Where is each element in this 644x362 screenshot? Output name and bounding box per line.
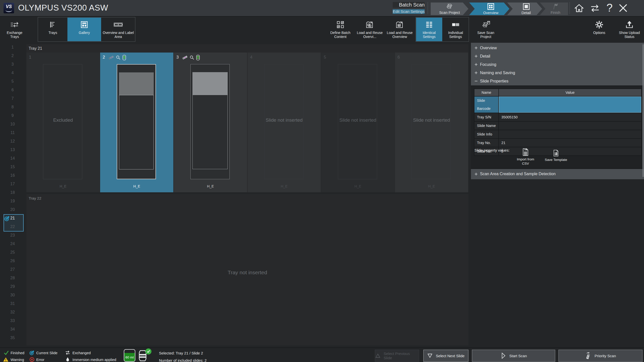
gallery-button[interactable]: Gallery bbox=[67, 18, 101, 41]
individual-settings-button[interactable]: Individual Settings bbox=[443, 18, 468, 41]
svg-text:?: ? bbox=[607, 3, 613, 14]
identical-settings-icon bbox=[425, 19, 433, 30]
property-value-field[interactable]: 21 bbox=[499, 139, 641, 147]
overview-label-area-button[interactable]: Overview and Label Area bbox=[102, 18, 135, 41]
grid-icon bbox=[487, 3, 494, 10]
close-icon[interactable] bbox=[618, 4, 628, 13]
tray-row-12[interactable]: 12 bbox=[0, 137, 25, 146]
legend-exchanged: Exchanged bbox=[72, 351, 91, 355]
section-naming-saving[interactable]: Naming and Saving bbox=[471, 69, 644, 77]
tray-row-11[interactable]: 11 bbox=[0, 128, 25, 137]
select-next-slide-button[interactable]: Select Next Slide bbox=[423, 350, 468, 362]
slide-number: 5 bbox=[324, 55, 326, 60]
save-project-icon bbox=[481, 19, 490, 30]
options-button[interactable]: Options bbox=[589, 18, 610, 41]
switch-app-icon[interactable] bbox=[590, 4, 600, 12]
app-logo-smile bbox=[6, 8, 12, 12]
tray-row-23[interactable]: 23 bbox=[0, 231, 25, 240]
magnifier-icon[interactable] bbox=[116, 55, 121, 60]
tray-row-9[interactable]: 9 bbox=[0, 111, 25, 120]
start-scan-button[interactable]: Start Scan bbox=[472, 350, 555, 362]
section-overview[interactable]: Overview bbox=[471, 44, 644, 52]
define-batch-content-button[interactable]: Define Batch Content bbox=[327, 18, 354, 41]
tray-row-26[interactable]: 26 bbox=[0, 257, 25, 265]
slide-tile-1[interactable]: 1 Excluded H_E bbox=[26, 53, 100, 192]
section-detail[interactable]: Detail bbox=[471, 52, 644, 60]
tray-row-18[interactable]: 18 bbox=[0, 188, 25, 197]
step-overview[interactable]: Overview bbox=[469, 3, 509, 15]
magnifier-icon[interactable] bbox=[189, 55, 194, 60]
tray-row-8[interactable]: 8 bbox=[0, 103, 25, 111]
help-icon[interactable]: ? bbox=[605, 3, 614, 14]
show-upload-status-button[interactable]: Show Upload Status bbox=[617, 18, 642, 41]
section-focusing[interactable]: Focusing bbox=[471, 60, 644, 69]
tray-row-19[interactable]: 19 bbox=[0, 197, 25, 205]
load-reuse-overview-button[interactable]: Load and Reuse Overview bbox=[386, 18, 414, 41]
tray-row-4[interactable]: 4 bbox=[0, 69, 25, 77]
tray-row-33[interactable]: 33 bbox=[0, 316, 25, 325]
tray-row-5[interactable]: 5 bbox=[0, 77, 25, 86]
tray-row-6[interactable]: 6 bbox=[0, 86, 25, 94]
property-value-field[interactable]: 35005150 bbox=[499, 113, 641, 121]
slide-tile-4[interactable]: 4 Slide not inserted H_E bbox=[248, 53, 321, 192]
slide-tile-2-selected[interactable]: 2 H_E bbox=[100, 53, 173, 192]
tray-row-28[interactable]: 28 bbox=[0, 274, 25, 282]
tray-row-3[interactable]: 3 bbox=[0, 60, 25, 69]
priority-scan-button[interactable]: Priority Scan bbox=[558, 350, 642, 362]
slide-number: 2 bbox=[103, 55, 105, 60]
priority-scan-icon bbox=[585, 352, 591, 359]
tray-row-21-selected[interactable]: 21 bbox=[0, 214, 25, 222]
tray-row-27[interactable]: 27 bbox=[0, 265, 25, 274]
exchange-trays-button[interactable]: Exchange Trays bbox=[2, 18, 27, 41]
tray-row-29[interactable]: 29 bbox=[0, 282, 25, 291]
divider bbox=[428, 2, 428, 14]
slide-stain-label: H_E bbox=[100, 184, 173, 188]
tray-row-35[interactable]: 35 bbox=[0, 334, 25, 342]
tray-row-2[interactable]: 2 bbox=[0, 52, 25, 60]
slide-tile-6[interactable]: 6 Slide not inserted H_E bbox=[395, 53, 468, 192]
save-scan-project-button[interactable]: Save Scan Project bbox=[472, 18, 499, 41]
step-scan-project[interactable]: Scan Project bbox=[431, 3, 468, 15]
tray-row-31[interactable]: 31 bbox=[0, 299, 25, 308]
trays-button[interactable]: Trays bbox=[39, 18, 67, 41]
exchange-trays-icon bbox=[10, 19, 19, 30]
property-value-field[interactable] bbox=[499, 130, 641, 138]
panel-scrollbar[interactable] bbox=[642, 44, 644, 177]
table-row-slide-info[interactable]: Slide Info bbox=[474, 130, 641, 138]
import-from-csv-button[interactable]: Import from CSV bbox=[515, 148, 536, 166]
table-row-slide-name[interactable]: Slide Name bbox=[474, 122, 641, 130]
slide-tile-5[interactable]: 5 Slide not inserted H_E bbox=[321, 53, 394, 192]
tray-row-14[interactable]: 14 bbox=[0, 154, 25, 163]
section-scan-area[interactable]: Scan Area Creation and Sample Detection bbox=[471, 169, 644, 179]
identical-settings-button[interactable]: Identical Settings bbox=[416, 18, 442, 41]
tray-row-34[interactable]: 34 bbox=[0, 325, 25, 334]
table-row-slide-barcode[interactable]: Slide Barcode bbox=[474, 97, 641, 113]
import-csv-icon bbox=[522, 148, 529, 156]
tray-row-32[interactable]: 32 bbox=[0, 308, 25, 316]
load-reuse-overviews-button[interactable]: Load and Reuse Overvi... bbox=[356, 18, 383, 41]
tray-row-30[interactable]: 30 bbox=[0, 291, 25, 299]
section-slide-properties[interactable]: Slide Properties bbox=[471, 77, 644, 85]
step-label: Overview bbox=[483, 11, 498, 15]
save-template-button[interactable]: Save Template bbox=[543, 149, 569, 162]
button-label: Start Scan bbox=[509, 354, 527, 358]
table-row-tray-no[interactable]: Tray No. 21 bbox=[474, 139, 641, 147]
tray-row-16[interactable]: 16 bbox=[0, 171, 25, 180]
select-previous-slide-button: Select Previous Slide bbox=[375, 350, 419, 362]
tray-row-13[interactable]: 13 bbox=[0, 146, 25, 154]
tray-row-15[interactable]: 15 bbox=[0, 163, 25, 171]
table-row-tray-sn[interactable]: Tray S/N 35005150 bbox=[474, 113, 641, 121]
tray-row-25[interactable]: 25 bbox=[0, 248, 25, 257]
tray-row-20[interactable]: 20 bbox=[0, 205, 25, 214]
tray-row-24[interactable]: 24 bbox=[0, 240, 25, 248]
tray-row-10[interactable]: 10 bbox=[0, 120, 25, 128]
step-detail[interactable]: Detail bbox=[507, 3, 542, 15]
tray-row-22[interactable]: 22 bbox=[0, 222, 25, 231]
tray-row-1[interactable]: 1 bbox=[0, 43, 25, 52]
slide-tile-3[interactable]: 3 H_E bbox=[174, 53, 247, 192]
property-value-field[interactable] bbox=[499, 122, 641, 130]
tray-row-17[interactable]: 17 bbox=[0, 180, 25, 188]
tray-row-7[interactable]: 7 bbox=[0, 94, 25, 103]
property-value-field[interactable] bbox=[499, 97, 641, 113]
home-icon[interactable] bbox=[574, 4, 584, 13]
